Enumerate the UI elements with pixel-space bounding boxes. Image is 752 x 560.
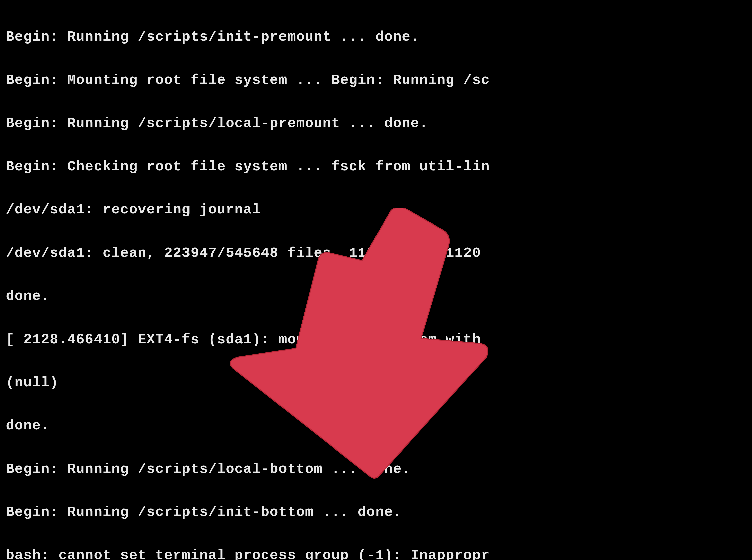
- terminal-line: (null): [6, 372, 746, 393]
- terminal-line: done.: [6, 285, 746, 307]
- terminal-line: Begin: Running /scripts/init-premount ..…: [6, 26, 746, 47]
- terminal-line: Begin: Running /scripts/local-premount .…: [6, 113, 746, 134]
- terminal-line: [ 2128.466410] EXT4-fs (sda1): mounted f…: [6, 329, 746, 350]
- terminal-line: done.: [6, 415, 746, 437]
- terminal-line: Begin: Running /scripts/init-bottom ... …: [6, 501, 746, 523]
- terminal-line: Begin: Checking root file system ... fsc…: [6, 156, 746, 177]
- terminal-line: /dev/sda1: recovering journal: [6, 199, 746, 220]
- terminal-line: /dev/sda1: clean, 223947/545648 files, 1…: [6, 242, 746, 264]
- terminal-line: Begin: Running /scripts/local-bottom ...…: [6, 458, 746, 480]
- terminal-output[interactable]: Begin: Running /scripts/init-premount ..…: [0, 0, 752, 560]
- terminal-line: Begin: Mounting root file system ... Beg…: [6, 69, 746, 91]
- terminal-line: bash: cannot set terminal process group …: [6, 545, 746, 560]
